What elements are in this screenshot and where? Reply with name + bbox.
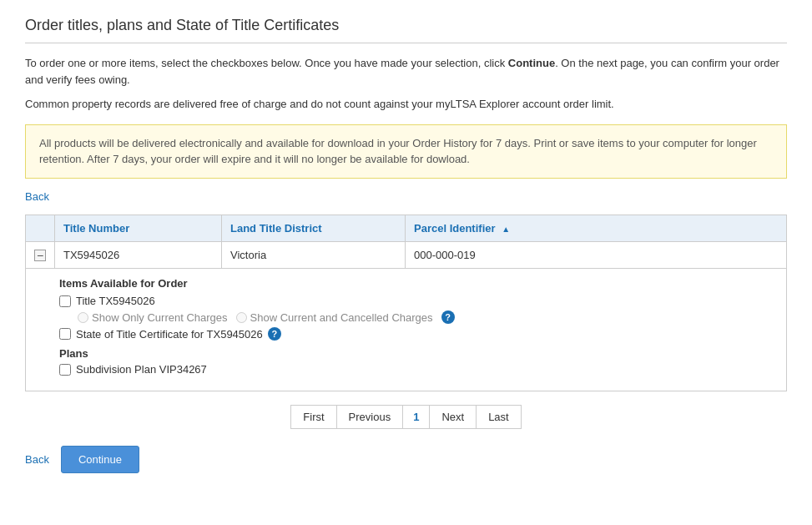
results-table: Title Number Land Title District Parcel … xyxy=(25,215,787,392)
plans-section-title: Plans xyxy=(59,347,769,360)
back-button-bottom[interactable]: Back xyxy=(25,453,49,466)
pagination: First Previous 1 Next Last xyxy=(25,405,787,429)
back-link-top[interactable]: Back xyxy=(25,190,49,203)
pagination-previous[interactable]: Previous xyxy=(336,405,403,429)
intro-text-part1: To order one or more items, select the c… xyxy=(25,57,508,69)
pagination-last[interactable]: Last xyxy=(476,405,522,429)
intro-paragraph: To order one or more items, select the c… xyxy=(25,55,787,88)
charges-radio-row: Show Only Current Charges Show Current a… xyxy=(78,310,769,324)
radio-current-charges xyxy=(78,312,88,323)
sort-icon-parcel: ▲ xyxy=(502,225,510,234)
table-cell-district: Victoria xyxy=(222,241,406,269)
table-row: − TX5945026 Victoria 000-000-019 xyxy=(26,241,787,269)
table-cell-parcel: 000-000-019 xyxy=(406,241,787,269)
col-header-checkbox xyxy=(26,215,55,241)
radio-cancelled-charges xyxy=(236,312,247,323)
collapse-icon[interactable]: − xyxy=(34,250,46,261)
plan-checkbox[interactable] xyxy=(59,364,71,376)
plan-checkbox-row: Subdivision Plan VIP34267 xyxy=(59,363,769,376)
stc-help-icon[interactable]: ? xyxy=(268,327,281,341)
info-box: All products will be delivered electroni… xyxy=(25,124,787,179)
table-body: − TX5945026 Victoria 000-000-019 Items A… xyxy=(26,241,787,391)
stc-checkbox[interactable] xyxy=(59,328,71,340)
col-header-land-title-district: Land Title District xyxy=(222,215,406,241)
items-section-title: Items Available for Order xyxy=(59,277,769,290)
title-checkbox[interactable] xyxy=(59,295,71,307)
charges-help-icon[interactable]: ? xyxy=(441,310,455,324)
pagination-current-page: 1 xyxy=(402,405,429,429)
title-checkbox-label: Title TX5945026 xyxy=(76,295,155,307)
col-header-title-number: Title Number xyxy=(55,215,222,241)
table-header: Title Number Land Title District Parcel … xyxy=(26,215,787,241)
bottom-actions: Back Continue xyxy=(25,446,787,473)
title-checkbox-row: Title TX5945026 xyxy=(59,295,769,307)
expanded-cell: Items Available for Order Title TX594502… xyxy=(26,269,787,391)
col-header-parcel-identifier: Parcel Identifier ▲ xyxy=(406,215,787,241)
intro-paragraph-2: Common property records are delivered fr… xyxy=(25,96,787,113)
table-cell-expand: − xyxy=(26,241,55,269)
radio-current-label: Show Only Current Charges xyxy=(78,311,228,324)
plan-checkbox-label: Subdivision Plan VIP34267 xyxy=(76,363,207,376)
items-available-section: Items Available for Order Title TX594502… xyxy=(59,277,769,376)
continue-button[interactable]: Continue xyxy=(61,446,139,473)
page-title: Order titles, plans and State of Title C… xyxy=(25,17,787,43)
table-row-expanded: Items Available for Order Title TX594502… xyxy=(26,269,787,391)
pagination-first[interactable]: First xyxy=(290,405,335,429)
pagination-next[interactable]: Next xyxy=(429,405,476,429)
stc-checkbox-label: State of Title Certificate for TX5945026 xyxy=(76,328,263,341)
table-cell-title-number: TX5945026 xyxy=(55,241,222,269)
intro-bold: Continue xyxy=(508,57,555,69)
radio-cancelled-label: Show Current and Cancelled Charges xyxy=(236,311,433,324)
info-box-text: All products will be delivered electroni… xyxy=(39,137,757,166)
stc-checkbox-row: State of Title Certificate for TX5945026… xyxy=(59,327,769,341)
